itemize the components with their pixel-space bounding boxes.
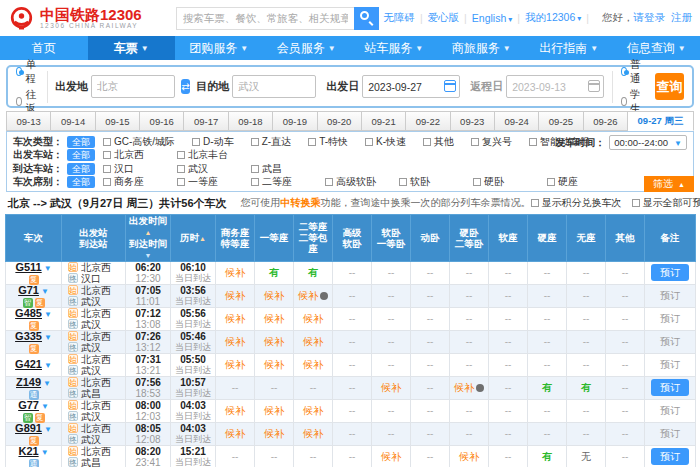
filter-option-软卧[interactable]: 软卧 bbox=[399, 175, 473, 189]
chevron-down-icon[interactable]: ▼ bbox=[44, 425, 52, 434]
date-tab-09-13[interactable]: 09-13 bbox=[6, 111, 51, 131]
chevron-down-icon[interactable]: ▼ bbox=[41, 287, 49, 296]
col-header-出发时间到达时间[interactable]: 出发时间▲到达时间▼ bbox=[126, 214, 171, 261]
date-tab-09-26[interactable]: 09-26 bbox=[584, 111, 628, 131]
filter-option-武汉[interactable]: 武汉 bbox=[177, 162, 251, 176]
train-link-G71[interactable]: G71 bbox=[18, 284, 39, 296]
from-station-input[interactable] bbox=[91, 75, 175, 98]
date-tab-09-19[interactable]: 09-19 bbox=[273, 111, 317, 131]
link-separator: | bbox=[586, 12, 589, 24]
top-link-1[interactable]: 爱心版 bbox=[428, 11, 460, 25]
depart-time-select[interactable]: 00:00--24:00▼ bbox=[609, 135, 687, 150]
book-button[interactable]: 预订 bbox=[651, 264, 689, 281]
to-station-input[interactable] bbox=[232, 75, 316, 98]
filter-option-一等座[interactable]: 一等座 bbox=[177, 175, 251, 189]
date-tab-09-22[interactable]: 09-22 bbox=[406, 111, 450, 131]
nav-item-商旅服务[interactable]: 商旅服务▼ bbox=[438, 36, 526, 60]
trip-type-单程[interactable]: 单程 bbox=[16, 58, 39, 86]
search-button[interactable] bbox=[354, 7, 379, 30]
seat-value: -- bbox=[466, 313, 473, 324]
filter-option-GC-高铁/城际[interactable]: GC-高铁/城际 bbox=[103, 135, 175, 149]
book-button[interactable]: 预订 bbox=[651, 379, 689, 396]
seat-cell: 候补 bbox=[216, 353, 255, 376]
train-link-Z149[interactable]: Z149 bbox=[16, 376, 41, 388]
date-tab-09-21[interactable]: 09-21 bbox=[362, 111, 406, 131]
nav-item-团购服务[interactable]: 团购服务▼ bbox=[175, 36, 263, 60]
search-input[interactable] bbox=[176, 7, 354, 30]
train-link-K21[interactable]: K21 bbox=[18, 445, 38, 457]
train-link-G335[interactable]: G335 bbox=[15, 330, 42, 342]
display-option-显示全部可预订车次[interactable]: 显示全部可预订车次 bbox=[632, 196, 700, 210]
filter-option-高级软卧[interactable]: 高级软卧 bbox=[325, 175, 399, 189]
filter-option-汉口[interactable]: 汉口 bbox=[103, 162, 177, 176]
chevron-down-icon[interactable]: ▼ bbox=[44, 333, 52, 342]
train-link-G421[interactable]: G421 bbox=[15, 358, 42, 370]
select-all-badge[interactable]: 全部 bbox=[67, 136, 95, 148]
route-summary: 北京 --> 武汉（9月27日 周三）共计56个车次 bbox=[8, 196, 227, 211]
filter-option-复兴号[interactable]: 复兴号 bbox=[471, 135, 512, 149]
nav-item-车票[interactable]: 车票▼ bbox=[88, 36, 176, 60]
display-options: 显示积分兑换车次显示全部可预订车次 bbox=[531, 196, 700, 210]
date-tab-active[interactable]: 09-27 周三 bbox=[628, 111, 694, 131]
filter-option-二等座[interactable]: 二等座 bbox=[251, 175, 325, 189]
seat-value: -- bbox=[466, 405, 473, 416]
login-link[interactable]: 请登录 bbox=[634, 11, 666, 25]
date-tab-09-25[interactable]: 09-25 bbox=[539, 111, 583, 131]
chevron-down-icon[interactable]: ▼ bbox=[44, 310, 52, 319]
date-tab-09-20[interactable]: 09-20 bbox=[318, 111, 362, 131]
train-link-G485[interactable]: G485 bbox=[15, 307, 42, 319]
sort-desc-icon[interactable]: ▼ bbox=[145, 252, 152, 259]
date-tab-09-18[interactable]: 09-18 bbox=[229, 111, 273, 131]
register-link[interactable]: 注册 bbox=[671, 11, 692, 25]
query-button[interactable]: 查询 bbox=[655, 73, 684, 100]
date-tab-09-24[interactable]: 09-24 bbox=[495, 111, 539, 131]
filter-option-武昌[interactable]: 武昌 bbox=[251, 162, 325, 176]
filter-option-其他[interactable]: 其他 bbox=[423, 135, 454, 149]
select-all-badge[interactable]: 全部 bbox=[67, 163, 95, 175]
filter-option-D-动车[interactable]: D-动车 bbox=[192, 135, 234, 149]
nav-item-站车服务[interactable]: 站车服务▼ bbox=[350, 36, 438, 60]
nav-item-首页[interactable]: 首页 bbox=[0, 36, 88, 60]
nav-item-信息查询[interactable]: 信息查询▼ bbox=[613, 36, 700, 60]
date-tab-09-15[interactable]: 09-15 bbox=[96, 111, 140, 131]
calendar-icon[interactable] bbox=[444, 80, 456, 92]
filter-option-北京丰台[interactable]: 北京丰台 bbox=[177, 148, 251, 162]
transfer-link[interactable]: 中转换乘 bbox=[281, 197, 321, 208]
select-all-badge[interactable]: 全部 bbox=[67, 176, 95, 188]
filter-option-K-快速[interactable]: K-快速 bbox=[365, 135, 406, 149]
chevron-down-icon[interactable]: ▼ bbox=[44, 264, 52, 273]
sort-asc-icon[interactable]: ▲ bbox=[199, 235, 206, 242]
filter-option-商务座[interactable]: 商务座 bbox=[103, 175, 177, 189]
chevron-down-icon[interactable]: ▼ bbox=[43, 379, 51, 388]
passenger-type-普通[interactable]: 普通 bbox=[621, 58, 644, 86]
train-link-G77[interactable]: G77 bbox=[18, 399, 39, 411]
top-link-0[interactable]: 无障碍 bbox=[383, 11, 415, 25]
train-link-G511[interactable]: G511 bbox=[15, 261, 41, 273]
filter-option-硬卧[interactable]: 硬卧 bbox=[473, 175, 547, 189]
train-link-G891[interactable]: G891 bbox=[15, 422, 42, 434]
col-header-高级软卧: 高级软卧 bbox=[333, 214, 372, 261]
book-button[interactable]: 预订 bbox=[651, 448, 689, 465]
col-header-历时[interactable]: 历时▲ bbox=[171, 214, 216, 261]
chevron-down-icon[interactable]: ▼ bbox=[44, 361, 52, 370]
nav-item-出行指南[interactable]: 出行指南▼ bbox=[525, 36, 613, 60]
display-option-显示积分兑换车次[interactable]: 显示积分兑换车次 bbox=[531, 196, 622, 210]
top-link-3[interactable]: 我的12306▾ bbox=[525, 11, 581, 25]
chevron-down-icon[interactable]: ▼ bbox=[41, 402, 49, 411]
swap-stations-icon[interactable]: ⇄ bbox=[181, 79, 190, 94]
filter-option-硬座[interactable]: 硬座 bbox=[547, 175, 621, 189]
date-tab-09-14[interactable]: 09-14 bbox=[51, 111, 95, 131]
seat-cell: 候补 bbox=[255, 353, 294, 376]
filter-option-Z-直达[interactable]: Z-直达 bbox=[251, 135, 291, 149]
sort-asc-icon[interactable]: ▲ bbox=[145, 229, 152, 236]
select-all-badge[interactable]: 全部 bbox=[67, 149, 95, 161]
date-tab-09-16[interactable]: 09-16 bbox=[140, 111, 184, 131]
nav-item-会员服务[interactable]: 会员服务▼ bbox=[263, 36, 351, 60]
filter-button[interactable]: 筛选▲ bbox=[644, 176, 694, 192]
date-tab-09-17[interactable]: 09-17 bbox=[184, 111, 228, 131]
chevron-down-icon[interactable]: ▼ bbox=[41, 448, 49, 457]
top-link-2[interactable]: English▾ bbox=[472, 12, 512, 24]
filter-option-北京西[interactable]: 北京西 bbox=[103, 148, 177, 162]
filter-option-T-特快[interactable]: T-特快 bbox=[308, 135, 348, 149]
date-tab-09-23[interactable]: 09-23 bbox=[451, 111, 495, 131]
